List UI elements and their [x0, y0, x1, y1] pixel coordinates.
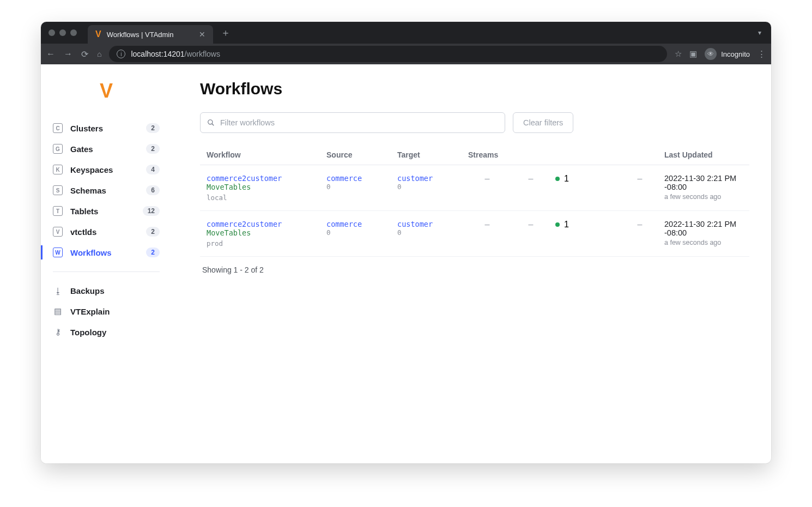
browser-tab[interactable]: V Workflows | VTAdmin ✕ — [88, 25, 213, 44]
stream-col-3: 1 — [555, 220, 615, 230]
last-updated-relative: a few seconds ago — [664, 239, 743, 246]
letter-t-icon: T — [53, 206, 63, 216]
last-updated-timestamp: 2022-11-30 2:21 PM -08:00 — [664, 174, 743, 191]
tab-strip: V Workflows | VTAdmin ✕ ＋ ▾ — [41, 22, 771, 44]
sidebar-item-label: Clusters — [70, 124, 138, 133]
workflow-name-link[interactable]: commerce2customer — [207, 174, 321, 183]
browser-window: V Workflows | VTAdmin ✕ ＋ ▾ ← → ⟳ ⌂ i lo… — [41, 22, 771, 463]
filter-row: Clear filters — [200, 112, 749, 133]
filter-input-wrapper[interactable] — [200, 112, 505, 133]
filter-input[interactable] — [220, 118, 498, 127]
clear-filters-button[interactable]: Clear filters — [513, 112, 573, 133]
sidebar-item-vtctlds[interactable]: V vtctlds 2 — [41, 221, 172, 242]
col-header-workflow[interactable]: Workflow — [207, 150, 321, 159]
last-updated-relative: a few seconds ago — [664, 193, 743, 201]
stream-col-3: 1 — [555, 174, 615, 184]
extension-icon[interactable]: ▣ — [689, 49, 697, 59]
sidebar-item-label: Keyspaces — [70, 165, 138, 174]
forward-button[interactable]: → — [64, 49, 72, 59]
browser-toolbar: ← → ⟳ ⌂ i localhost:14201/workflows ☆ ▣ … — [41, 44, 771, 64]
workflow-name-link[interactable]: commerce2customer — [207, 220, 321, 228]
workflow-type: MoveTables — [207, 183, 321, 191]
stream-count: 1 — [564, 174, 569, 184]
sidebar-item-label: Backups — [70, 286, 160, 295]
stream-col-4: – — [621, 220, 659, 230]
sidebar-item-label: Workflows — [70, 248, 138, 257]
col-header-last-updated[interactable]: Last Updated — [664, 150, 743, 159]
stream-col-4: – — [621, 174, 659, 184]
sidebar-badge: 6 — [146, 185, 160, 195]
sidebar-item-label: vtctlds — [70, 227, 138, 237]
maximize-window-dot[interactable] — [70, 29, 77, 36]
cell-source: commerce 0 — [326, 220, 392, 237]
browser-menu-icon[interactable]: ⋮ — [758, 49, 766, 59]
sidebar-badge: 2 — [146, 248, 160, 257]
sidebar-item-backups[interactable]: ⭳ Backups — [41, 281, 172, 301]
target-keyspace-link[interactable]: customer — [397, 174, 463, 183]
cell-workflow: commerce2customer MoveTables local — [207, 174, 321, 202]
sidebar-item-label: Tablets — [70, 207, 135, 216]
cell-workflow: commerce2customer MoveTables prod — [207, 220, 321, 248]
letter-g-icon: G — [53, 144, 63, 154]
source-keyspace-link[interactable]: commerce — [326, 174, 392, 183]
sidebar-item-topology[interactable]: ⚷ Topology — [41, 322, 172, 342]
download-icon: ⭳ — [53, 286, 63, 295]
stream-col-2: – — [512, 220, 550, 230]
search-icon — [207, 119, 215, 126]
svg-line-1 — [212, 124, 214, 126]
stream-col-1: – — [468, 174, 506, 184]
col-header-streams[interactable]: Streams — [468, 150, 659, 159]
stream-col-1: – — [468, 220, 506, 230]
sidebar: V C Clusters 2 G Gates 2 K Keyspaces 4 S… — [41, 64, 172, 463]
back-button[interactable]: ← — [46, 49, 55, 59]
sidebar-item-label: Topology — [70, 328, 160, 337]
tab-title: Workflows | VTAdmin — [107, 31, 193, 39]
col-header-target[interactable]: Target — [397, 150, 463, 159]
incognito-indicator[interactable]: 👁 Incognito — [705, 48, 750, 60]
home-button[interactable]: ⌂ — [97, 50, 101, 58]
sidebar-item-schemas[interactable]: S Schemas 6 — [41, 180, 172, 201]
table-header-row: Workflow Source Target Streams Last Upda… — [200, 145, 749, 165]
tabs-overflow-icon[interactable]: ▾ — [758, 29, 761, 37]
source-keyspace-link[interactable]: commerce — [326, 220, 392, 228]
letter-w-icon: W — [53, 248, 63, 257]
pagination-summary: Showing 1 - 2 of 2 — [200, 265, 749, 274]
minimize-window-dot[interactable] — [59, 29, 66, 36]
cell-target: customer 0 — [397, 220, 463, 237]
close-window-dot[interactable] — [49, 29, 55, 36]
cell-source: commerce 0 — [326, 174, 392, 191]
workflows-table: Workflow Source Target Streams Last Upda… — [200, 145, 749, 257]
cell-last-updated: 2022-11-30 2:21 PM -08:00 a few seconds … — [664, 174, 743, 201]
sidebar-item-label: Gates — [70, 144, 138, 154]
sidebar-item-vtexplain[interactable]: ▤ VTExplain — [41, 301, 172, 322]
source-shard: 0 — [326, 228, 392, 237]
reload-button[interactable]: ⟳ — [81, 49, 88, 59]
target-shard: 0 — [397, 183, 463, 191]
window-controls[interactable] — [49, 29, 77, 36]
bookmark-icon[interactable]: ☆ — [675, 49, 682, 59]
sidebar-item-workflows[interactable]: W Workflows 2 — [41, 242, 172, 263]
sidebar-item-keyspaces[interactable]: K Keyspaces 4 — [41, 159, 172, 180]
main-content: Workflows Clear filters Workflow Source … — [172, 64, 771, 463]
sidebar-item-label: VTExplain — [70, 307, 160, 316]
sidebar-item-clusters[interactable]: C Clusters 2 — [41, 118, 172, 138]
letter-v-icon: V — [53, 227, 63, 237]
url-text: localhost:14201/workflows — [131, 50, 220, 58]
new-tab-button[interactable]: ＋ — [221, 26, 231, 39]
close-tab-icon[interactable]: ✕ — [199, 30, 205, 39]
tab-favicon-icon: V — [95, 29, 101, 39]
col-header-source[interactable]: Source — [326, 150, 392, 159]
sidebar-item-tablets[interactable]: T Tablets 12 — [41, 201, 172, 221]
stream-count: 1 — [564, 220, 569, 230]
page-title: Workflows — [200, 80, 749, 98]
app-logo-icon[interactable]: V — [41, 70, 172, 118]
tree-icon: ⚷ — [53, 327, 63, 337]
workflow-env: prod — [207, 239, 321, 248]
site-info-icon[interactable]: i — [117, 50, 125, 58]
letter-k-icon: K — [53, 165, 63, 174]
target-shard: 0 — [397, 228, 463, 237]
sidebar-item-gates[interactable]: G Gates 2 — [41, 138, 172, 159]
address-bar[interactable]: i localhost:14201/workflows — [109, 46, 667, 62]
target-keyspace-link[interactable]: customer — [397, 220, 463, 228]
cell-target: customer 0 — [397, 174, 463, 191]
